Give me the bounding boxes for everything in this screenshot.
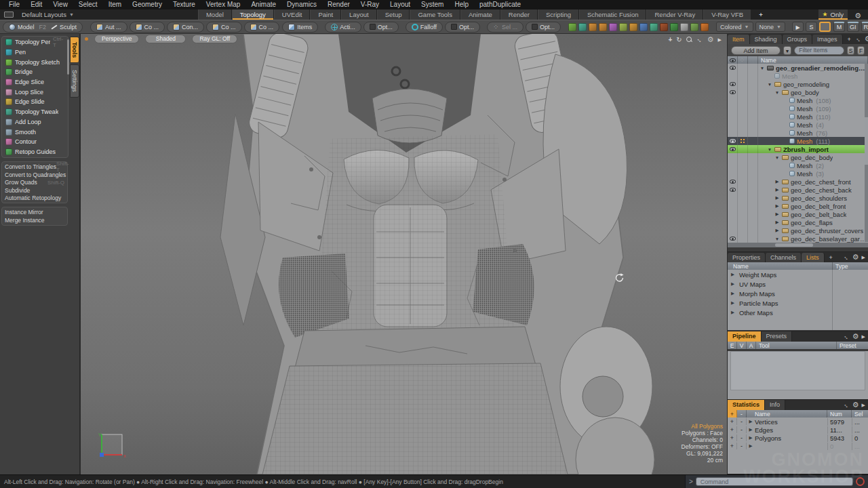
item-list-row[interactable]: Mesh(2) xyxy=(728,161,868,169)
panel-menu-arrow-icon[interactable]: ▶ xyxy=(862,255,865,260)
tool-icon-12[interactable] xyxy=(690,23,698,31)
stats-plus-header[interactable]: + xyxy=(728,410,737,418)
favorites-only-toggle[interactable]: ★ Only xyxy=(818,9,848,20)
panel-expand-icon[interactable]: ↔ xyxy=(854,35,863,43)
menu-pathduplicate[interactable]: pathDuplicate xyxy=(475,0,526,9)
item-list-row[interactable]: ▼geo_remodeling xyxy=(728,80,868,88)
item-list-row[interactable]: Mesh(4) xyxy=(728,121,868,129)
selection-mode-button-1[interactable]: Co ... xyxy=(130,22,165,33)
stat-add-button[interactable]: + xyxy=(728,426,737,433)
panel-gear-icon[interactable] xyxy=(865,35,868,43)
stats-minus-header[interactable]: - xyxy=(737,410,747,418)
selection-mode-button-0[interactable]: Aut ... xyxy=(90,22,127,33)
pipeline-body[interactable] xyxy=(728,351,868,400)
tree-expand-arrow[interactable]: ▶ xyxy=(747,435,755,441)
tool-icon-10[interactable] xyxy=(670,23,678,31)
tree-expand-arrow[interactable]: ▶ xyxy=(774,211,780,217)
menu-item[interactable]: Item xyxy=(104,0,126,9)
tool-icon-2[interactable] xyxy=(589,23,597,31)
lists-type-header[interactable]: Type xyxy=(833,262,868,270)
layout-tab-paint[interactable]: Paint xyxy=(310,9,341,20)
vertex-map-group-particle-maps[interactable]: ▶Particle Maps xyxy=(728,298,868,308)
name-column-header[interactable]: Name xyxy=(758,56,868,64)
selection-mode-button-4[interactable]: Co ... xyxy=(244,22,280,33)
filter-options-button[interactable]: F xyxy=(857,46,865,55)
tree-expand-arrow[interactable]: ▶ xyxy=(731,291,736,296)
item-list-row[interactable]: ▶geo_dec_belt_back xyxy=(728,210,868,218)
statistics-row[interactable]: +-▶0... xyxy=(728,442,868,450)
macro-record-button[interactable] xyxy=(856,477,865,486)
panel-expand-icon[interactable]: ↔ xyxy=(842,253,851,262)
menu-animate[interactable]: Animate xyxy=(246,0,281,9)
layout-tab-topology[interactable]: Topology xyxy=(232,9,274,20)
selection-set-button[interactable]: Sel ... xyxy=(487,22,524,33)
sidebar-scrollbar[interactable] xyxy=(67,39,69,75)
vertex-map-group-other-maps[interactable]: ▶Other Maps xyxy=(728,308,868,317)
tree-expand-arrow[interactable]: ▶ xyxy=(774,228,780,233)
item-list-row[interactable]: ▼geo_dec_body xyxy=(728,153,868,161)
tree-expand-arrow[interactable]: ▶ xyxy=(747,419,755,424)
menu-select[interactable]: Select xyxy=(74,0,102,9)
item-list-row[interactable]: Mesh(76) xyxy=(728,129,868,137)
menu-geometry[interactable]: Geometry xyxy=(127,0,167,9)
layout-tab-render[interactable]: Render xyxy=(500,9,538,20)
stat-remove-button[interactable]: - xyxy=(737,426,747,433)
tab-item-list[interactable]: Item List xyxy=(728,35,750,44)
layout-tab-uvedit[interactable]: UVEdit xyxy=(274,9,311,20)
command-subdivide[interactable]: Subdivide xyxy=(2,186,67,195)
tree-collapse-arrow[interactable]: ▼ xyxy=(767,147,772,152)
panel-gear-icon[interactable] xyxy=(852,401,859,409)
layout-tab-model[interactable]: Model xyxy=(198,9,232,20)
tab-statistics[interactable]: Statistics xyxy=(728,400,765,410)
tool-icon-9[interactable] xyxy=(660,23,668,31)
tool-edge-slice[interactable]: Edge Slice xyxy=(2,77,68,87)
shading-mode-button[interactable]: Shaded xyxy=(145,35,186,43)
tool-topology-pen[interactable]: Topology PenCtrl-T xyxy=(2,37,68,47)
viewport-gear-icon[interactable] xyxy=(707,35,714,44)
tree-collapse-arrow[interactable]: ▼ xyxy=(774,155,780,160)
tree-expand-arrow[interactable]: ▶ xyxy=(774,220,780,225)
pan-icon[interactable]: + xyxy=(669,36,673,44)
menu-v-ray[interactable]: V-Ray xyxy=(356,0,384,9)
tree-expand-arrow[interactable]: ▶ xyxy=(747,443,755,449)
visibility-toggle[interactable] xyxy=(728,235,738,243)
tool-pen[interactable]: Pen xyxy=(2,47,68,58)
tree-expand-arrow[interactable]: ▶ xyxy=(774,203,780,209)
maximize-icon[interactable]: ↔ xyxy=(694,35,705,45)
stat-remove-button[interactable]: - xyxy=(737,418,747,425)
tool-loop-slice[interactable]: Loop Slice xyxy=(2,87,68,97)
render-toggle-gi[interactable]: GI xyxy=(847,22,859,32)
lists-name-header[interactable]: Name xyxy=(728,262,833,270)
layout-tab-render-v-ray[interactable]: Render V-Ray xyxy=(646,9,703,20)
command-convert-to-triangles[interactable]: Convert to TrianglesShift-T xyxy=(2,163,67,171)
stat-remove-button[interactable]: - xyxy=(737,434,747,441)
selection-options-toggle[interactable]: Opt... xyxy=(526,22,561,33)
stat-add-button[interactable]: + xyxy=(728,418,737,425)
model-mode-button[interactable]: Model xyxy=(7,24,37,30)
camera-mode-button[interactable]: Perspective xyxy=(94,35,139,43)
tool-retopo-guides[interactable]: Retopo Guides xyxy=(2,147,68,157)
tool-icon-7[interactable] xyxy=(639,23,648,31)
stat-add-button[interactable]: + xyxy=(728,434,737,441)
panel-expand-icon[interactable]: ↔ xyxy=(842,401,851,409)
selection-mode-button-3[interactable]: Co ... xyxy=(206,22,242,33)
visibility-toggle[interactable] xyxy=(728,137,738,145)
statistics-row[interactable]: +-▶Edges11...... xyxy=(728,426,868,434)
layout-tab-[interactable]: + xyxy=(751,9,770,20)
tree-collapse-arrow[interactable]: ▼ xyxy=(767,82,772,87)
tool-edge-slide[interactable]: Edge Slide xyxy=(2,97,68,107)
tree-expand-arrow[interactable]: ▶ xyxy=(731,272,736,277)
panel-gear-icon[interactable] xyxy=(852,332,859,341)
tool-icon-13[interactable] xyxy=(701,23,709,31)
tab-pipeline[interactable]: Pipeline xyxy=(728,331,762,342)
layout-tab-layout[interactable]: Layout xyxy=(341,9,377,20)
menu-dynamics[interactable]: Dynamics xyxy=(282,0,321,9)
active-render-mode-button[interactable] xyxy=(819,22,831,32)
item-list-row[interactable]: ▶geo_dec_chest_back xyxy=(728,186,868,194)
item-list-row[interactable]: ▶geo_dec_belt_front xyxy=(728,202,868,210)
menu-layout[interactable]: Layout xyxy=(385,0,415,9)
selection-mode-button-2[interactable]: Con... xyxy=(167,22,204,33)
menu-file[interactable]: File xyxy=(4,0,24,9)
panel-gear-icon[interactable] xyxy=(852,253,859,262)
panel-expand-icon[interactable]: ↔ xyxy=(842,332,851,341)
